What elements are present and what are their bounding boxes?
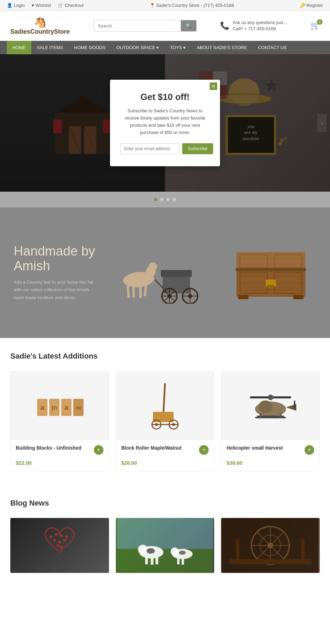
handmade-images [110, 242, 316, 304]
svg-point-105 [179, 551, 186, 555]
hero-wrapper: you are my sunshine ✕ Get [0, 54, 330, 207]
svg-rect-83 [279, 414, 282, 418]
product-card-3: Helicopter small Harvest + $39.60 [221, 371, 320, 471]
blog-section-title: Blog News [10, 499, 320, 508]
top-bar-left: 👤 Login ♥ Wishlist 🛒 Checkout [7, 3, 84, 8]
location-icon: 📍 [150, 3, 155, 8]
slider-dot-2[interactable] [160, 198, 164, 201]
handmade-description: Add a Country feel to your home this fal… [14, 279, 96, 301]
svg-rect-104 [182, 559, 184, 565]
search-bar: 🔍 [94, 20, 197, 32]
phone-lines: Ask us any questions just... Call!! + 71… [233, 20, 287, 32]
svg-point-88 [53, 539, 56, 542]
product-image-1: a |n a m [11, 371, 109, 440]
phone-icon: 📞 [220, 21, 229, 30]
svg-point-96 [138, 545, 147, 554]
register-area[interactable]: 🔑 Register [300, 3, 323, 8]
product-price-3: $39.60 [221, 460, 319, 471]
register-link[interactable]: Register [307, 3, 323, 8]
key-icon: 🔑 [300, 3, 305, 8]
nav-item-home[interactable]: HOME [7, 41, 31, 54]
product-image-3 [221, 371, 319, 440]
svg-text:a: a [65, 404, 69, 411]
logo-buggy-icon: 🐴 [34, 16, 46, 28]
svg-point-92 [60, 546, 63, 549]
svg-point-86 [60, 534, 63, 537]
svg-line-67 [163, 383, 165, 416]
svg-rect-82 [260, 414, 262, 418]
svg-point-75 [268, 395, 273, 400]
product-price-2: $26.00 [116, 460, 214, 471]
popup-email-input[interactable] [120, 143, 179, 154]
svg-point-90 [63, 539, 66, 542]
product-card-1: a |n a m Building Blocks - Unfinished + … [10, 371, 109, 471]
svg-rect-79 [294, 400, 295, 409]
svg-rect-99 [155, 557, 158, 564]
svg-rect-29 [144, 285, 147, 296]
nav-item-outdoor[interactable]: OUTDOOR SPACE ▾ [111, 41, 165, 54]
product-add-btn-1[interactable]: + [94, 445, 103, 455]
blog-card-2[interactable] [116, 518, 214, 573]
logo-area[interactable]: 🐴 SadiesCountryStore [10, 16, 70, 35]
nav-item-contact[interactable]: CONTACT US [253, 41, 292, 54]
nav-item-sale[interactable]: SALE ITEMS [31, 41, 69, 54]
blog-card-1[interactable] [10, 518, 109, 573]
nav-item-home-goods[interactable]: HOME GOODS [69, 41, 111, 54]
logo-text: SadiesCountryStore [10, 28, 70, 35]
svg-point-85 [55, 533, 57, 536]
product-name-2: Block Roller Maple/Walnut [121, 445, 199, 451]
cart-icon-wrap[interactable]: 🛒 0 [310, 21, 320, 30]
heart-icon: ♥ [32, 3, 34, 8]
svg-point-89 [58, 541, 61, 543]
wooden-chest-image [233, 245, 309, 300]
checkout-item[interactable]: 🛒 Checkout [58, 3, 84, 8]
popup-subscribe-button[interactable]: Subscribe [182, 143, 213, 154]
svg-rect-56 [267, 285, 274, 288]
store-info: 📍 Sadie's Country Store - (717) 455-0168 [150, 3, 234, 8]
checkout-link[interactable]: Checkout [65, 3, 84, 8]
search-button[interactable]: 🔍 [181, 20, 196, 31]
cart-badge: 0 [317, 19, 322, 25]
svg-rect-93 [117, 549, 213, 573]
svg-point-84 [50, 535, 52, 538]
svg-rect-103 [177, 558, 179, 564]
blog-cows-svg [116, 518, 214, 573]
product-add-btn-3[interactable]: + [305, 445, 314, 455]
svg-point-102 [170, 547, 179, 556]
slider-dot-1[interactable] [154, 198, 157, 201]
product-price-1: $22.00 [11, 460, 109, 471]
nav-item-toys[interactable]: TOYS ▾ [164, 41, 191, 54]
svg-point-25 [149, 262, 157, 271]
latest-section: Sadie's Latest Additions a |n a m Buildi… [0, 338, 330, 485]
login-item[interactable]: 👤 Login [7, 3, 25, 8]
amish-buggy-image [118, 242, 207, 304]
slider-dot-3[interactable] [166, 198, 170, 201]
svg-rect-97 [145, 557, 148, 564]
svg-text:m: m [76, 405, 81, 411]
products-grid: a |n a m Building Blocks - Unfinished + … [10, 371, 320, 471]
svg-rect-26 [126, 285, 130, 297]
nav-item-about[interactable]: ABOUT SADIE'S STORE [191, 41, 253, 54]
wishlist-link[interactable]: Wishlist [36, 3, 51, 8]
building-blocks-svg: a |n a m [34, 385, 85, 426]
svg-rect-28 [139, 286, 142, 298]
search-input[interactable] [94, 20, 181, 31]
product-info-3: Helicopter small Harvest + [221, 440, 319, 460]
blog-heart-svg [10, 518, 109, 573]
slider-dot-4[interactable] [173, 198, 176, 201]
svg-point-100 [146, 548, 155, 554]
header-phone: 📞 Ask us any questions just... Call!! + … [220, 20, 287, 32]
phone-number: Call!! + 717-455-0168 [233, 26, 287, 32]
blog-card-3[interactable] [221, 518, 320, 573]
wishlist-item[interactable]: ♥ Wishlist [32, 3, 51, 8]
blog-wood-svg [221, 518, 320, 573]
hero-slider: you are my sunshine ✕ Get [0, 54, 330, 192]
block-roller-svg [144, 382, 186, 430]
product-add-btn-2[interactable]: + [199, 445, 209, 455]
product-info-1: Building Blocks - Unfinished + [11, 440, 109, 460]
handmade-text: Handmade by Amish Add a Country feel to … [14, 244, 96, 301]
product-name-3: Helicopter small Harvest [227, 445, 305, 451]
popup-close-button[interactable]: ✕ [210, 82, 217, 90]
svg-point-91 [56, 544, 59, 547]
login-link[interactable]: Login [14, 3, 25, 8]
